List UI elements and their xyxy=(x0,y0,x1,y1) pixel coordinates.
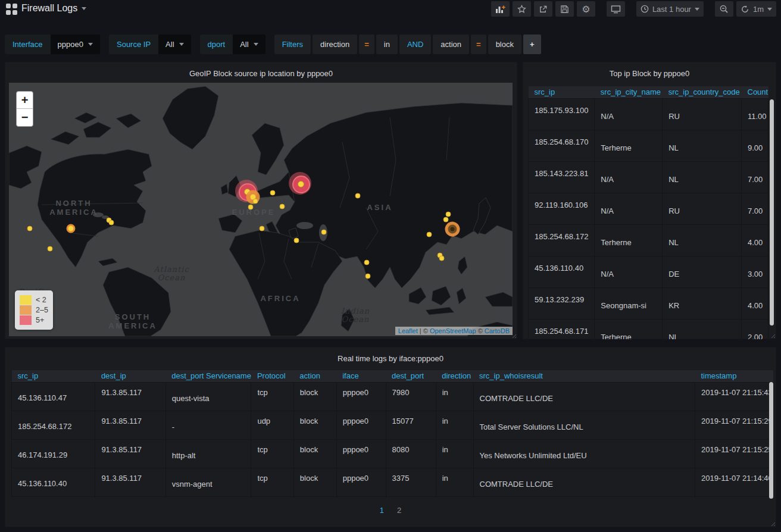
world-map[interactable]: NORTH AMERICAEUROPEASIAAFRICASOUTH AMERI… xyxy=(9,83,513,336)
panel-resize-handle[interactable] xyxy=(770,521,775,526)
map-marker-dot[interactable] xyxy=(260,226,265,231)
bar-chart-plus-icon xyxy=(495,5,505,14)
adhoc-filter-op[interactable]: = xyxy=(359,35,374,54)
table-row: 46.174.191.2991.3.85.117http-alttcpblock… xyxy=(12,440,773,468)
map-marker-orangering[interactable] xyxy=(445,222,460,237)
star-button[interactable] xyxy=(513,1,531,17)
map-marker-dot[interactable] xyxy=(48,246,53,252)
table-cell: quest-vista xyxy=(165,383,251,411)
pagination-page-2[interactable]: 2 xyxy=(397,506,401,515)
column-header-src_ip_city_name[interactable]: src_ip_city_name xyxy=(595,86,663,99)
refresh-picker[interactable]: 1m xyxy=(736,1,776,17)
pagination-page-1[interactable]: 1 xyxy=(380,506,384,515)
map-marker-dot[interactable] xyxy=(443,217,449,223)
var-source-ip-select[interactable]: All xyxy=(158,35,190,54)
table-cell: 2019-11-07 21:14:36 xyxy=(695,497,773,498)
add-panel-button[interactable] xyxy=(491,1,510,17)
map-marker-dot[interactable] xyxy=(427,232,432,237)
map-marker-ringdot[interactable] xyxy=(67,224,76,233)
osm-link[interactable]: OpenStreetMap xyxy=(430,327,476,334)
table-cell: block xyxy=(293,411,336,440)
dashboard-title[interactable]: Firewall Logs xyxy=(21,3,86,14)
share-button[interactable] xyxy=(534,1,552,17)
map-marker-dot[interactable] xyxy=(439,256,445,261)
var-interface-label: Interface xyxy=(5,35,51,54)
table-row: 185.254.68.172TerherneNL4.00 xyxy=(529,225,768,256)
adhoc-filter-field[interactable]: action xyxy=(433,35,469,54)
var-dport-select[interactable]: All xyxy=(233,35,265,54)
map-marker-dot[interactable] xyxy=(365,274,371,279)
table-cell: COMTRADE LLC/DE xyxy=(473,468,695,497)
column-header-src_ip_whoisresult[interactable]: src_ip_whoisresult xyxy=(473,370,695,383)
settings-button[interactable]: ⚙ xyxy=(577,1,595,17)
leaflet-link[interactable]: Leaflet xyxy=(398,327,418,334)
map-marker-dot[interactable] xyxy=(248,205,254,210)
table-cell: 15077 xyxy=(386,411,436,440)
map-zoom-in-button[interactable]: + xyxy=(17,92,33,109)
table-cell: block xyxy=(293,440,336,468)
map-marker-dot[interactable] xyxy=(27,226,33,231)
panel-title-top-ip[interactable]: Top ip Block by pppoe0 xyxy=(523,62,776,84)
add-filter-button[interactable]: + xyxy=(523,35,541,54)
page-title: Firewall Logs xyxy=(21,3,77,14)
chevron-down-icon xyxy=(767,8,772,11)
panel-resize-handle[interactable] xyxy=(770,333,775,338)
column-header-src_ip[interactable]: src_ip xyxy=(12,370,95,383)
table-cell: Terherne xyxy=(595,130,663,162)
map-marker-dot[interactable] xyxy=(253,199,258,204)
table-cell: 2019-11-07 21:15:43 xyxy=(695,383,773,411)
map-marker-red[interactable] xyxy=(289,172,311,195)
column-header-dest_ip[interactable]: dest_ip xyxy=(95,370,165,383)
map-marker-dot[interactable] xyxy=(355,193,361,199)
table-cell: Terherne xyxy=(595,320,663,340)
gear-icon: ⚙ xyxy=(582,4,590,15)
var-interface-select[interactable]: pppoe0 xyxy=(51,35,100,54)
map-marker-dot[interactable] xyxy=(446,212,451,217)
column-header-dest_port-servicename[interactable]: dest_port Servicename xyxy=(165,370,251,383)
adhoc-filter-key[interactable]: AND xyxy=(399,35,431,54)
tv-mode-button[interactable] xyxy=(607,1,625,17)
column-header-timestamp[interactable]: timestamp xyxy=(695,370,773,383)
column-header-count[interactable]: Count xyxy=(742,86,768,99)
map-zoom-out-button[interactable]: − xyxy=(17,109,33,126)
map-marker-dot[interactable] xyxy=(321,230,327,235)
column-header-src_ip_country_code[interactable]: src_ip_country_code xyxy=(663,86,742,99)
column-header-iface[interactable]: iface xyxy=(336,370,386,383)
column-header-protocol[interactable]: Protocol xyxy=(251,370,293,383)
adhoc-filter-field[interactable]: direction xyxy=(313,35,357,54)
table-cell: 2019-11-07 21:14:40 xyxy=(695,468,773,497)
table-cell: KR xyxy=(663,288,742,320)
table-cell: 2.00 xyxy=(742,320,768,340)
table-cell: vsnm-agent xyxy=(165,468,251,497)
adhoc-filter-op[interactable]: = xyxy=(471,35,486,54)
column-header-action[interactable]: action xyxy=(293,370,336,383)
time-picker-button[interactable]: Last 1 hour xyxy=(636,1,704,17)
adhoc-filters-label: Filters xyxy=(274,35,311,54)
panel-title-map[interactable]: GeoIP Block source ip location by pppoe0 xyxy=(5,62,517,84)
map-marker-dot[interactable] xyxy=(364,260,370,265)
adhoc-filter-value[interactable]: in xyxy=(376,35,398,54)
table-cell: 185.254.68.171 xyxy=(529,320,595,340)
column-header-src_ip[interactable]: src_ip xyxy=(529,86,595,99)
zoom-out-time-button[interactable] xyxy=(715,1,733,17)
save-button[interactable] xyxy=(555,1,574,17)
table-row: 92.119.160.106N/ARU7.00 xyxy=(529,193,768,225)
map-marker-dot[interactable] xyxy=(270,190,276,196)
scrollbar[interactable] xyxy=(769,382,773,499)
table-cell: tcp xyxy=(251,383,293,411)
var-dport: dport All xyxy=(200,35,265,54)
carto-link[interactable]: CartoDB xyxy=(485,327,510,334)
table-cell: DE xyxy=(663,256,742,288)
table-cell: 7.00 xyxy=(742,162,768,193)
column-header-dest_port[interactable]: dest_port xyxy=(386,370,436,383)
adhoc-filter-value[interactable]: block xyxy=(488,35,521,54)
map-marker-dot[interactable] xyxy=(294,238,299,243)
scrollbar[interactable] xyxy=(770,99,774,326)
map-marker-dot[interactable] xyxy=(109,220,114,226)
map-marker-dot[interactable] xyxy=(280,204,285,209)
panel-title-logs[interactable]: Real time logs by iface:pppoe0 xyxy=(5,348,776,369)
column-header-direction[interactable]: direction xyxy=(436,370,473,383)
chevron-down-icon xyxy=(695,8,699,11)
grafana-logo-icon[interactable] xyxy=(6,4,17,15)
table-cell: RU xyxy=(663,193,742,225)
